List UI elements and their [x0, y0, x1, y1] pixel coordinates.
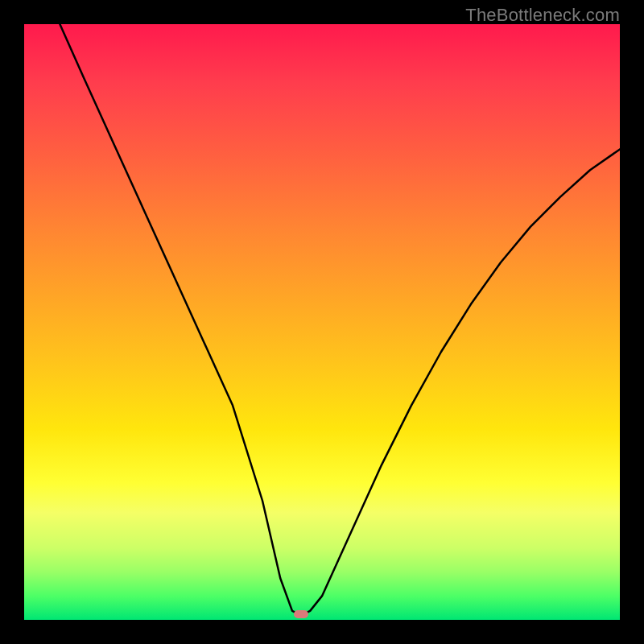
plot-area [24, 24, 620, 620]
bottleneck-curve [24, 24, 620, 620]
optimal-marker [294, 610, 308, 618]
chart-frame: TheBottleneck.com [0, 0, 644, 644]
watermark-text: TheBottleneck.com [465, 5, 620, 26]
